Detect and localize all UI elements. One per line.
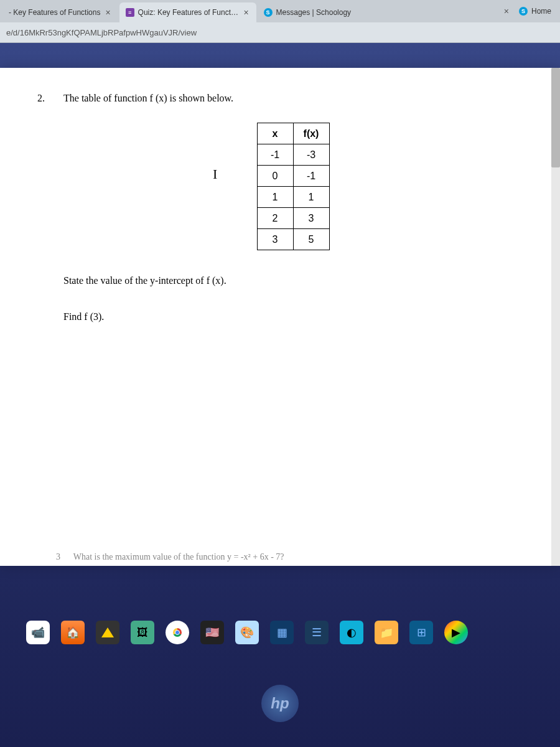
question-body: The table of function f (x) is shown bel…: [63, 93, 523, 347]
table-row: 35: [257, 229, 329, 250]
scrollbar-thumb[interactable]: [551, 68, 560, 167]
forms-icon: ≡: [126, 8, 134, 17]
function-table: x f(x) -1-3 0-1 11 23 35: [257, 123, 330, 250]
list-app-icon[interactable]: ☰: [305, 621, 329, 644]
header-x: x: [257, 123, 293, 144]
table-row: 23: [257, 208, 329, 229]
table-container: I x f(x) -1-3 0-1 11 23 35: [63, 123, 523, 250]
question-number: 2.: [37, 93, 45, 347]
flag-app-icon[interactable]: 🇺🇸: [200, 621, 224, 644]
home-app-icon[interactable]: 🏠: [61, 621, 85, 644]
tab-title: - Key Features of Functions: [9, 8, 100, 17]
vertical-scrollbar[interactable]: [551, 68, 560, 566]
tab-messages[interactable]: S Messages | Schoology: [258, 2, 358, 22]
close-icon[interactable]: ×: [104, 7, 111, 17]
tab-title[interactable]: Home: [531, 7, 551, 16]
calculator-app-icon[interactable]: ▦: [270, 621, 294, 644]
table-row: -1-3: [257, 144, 329, 166]
browser-chrome: - Key Features of Functions × ≡ Quiz: Ke…: [0, 0, 560, 43]
camera-app-icon[interactable]: 📹: [26, 621, 50, 644]
tab-title: Quiz: Key Features of Functions: [138, 8, 239, 17]
header-fx: f(x): [293, 123, 329, 144]
grid-app-icon[interactable]: ⊞: [409, 621, 433, 644]
tab-right-group: × S Home: [503, 6, 558, 16]
cutoff-question: 3 What is the maximum value of the funct…: [56, 552, 284, 562]
close-icon[interactable]: ×: [242, 7, 250, 17]
table-row: 0-1: [257, 166, 329, 187]
close-icon[interactable]: ×: [503, 6, 510, 16]
question-2: 2. The table of function f (x) is shown …: [37, 93, 523, 347]
chrome-app-icon[interactable]: [166, 621, 189, 644]
paint-app-icon[interactable]: 🎨: [235, 621, 259, 644]
tab-bar: - Key Features of Functions × ≡ Quiz: Ke…: [0, 0, 560, 22]
cutoff-num: 3: [56, 552, 60, 561]
play-store-icon[interactable]: ▶: [444, 621, 468, 644]
files-app-icon[interactable]: 📁: [375, 621, 398, 644]
schoology-icon: S: [519, 7, 528, 16]
edge-app-icon[interactable]: ◐: [340, 621, 363, 644]
tab-quiz[interactable]: ≡ Quiz: Key Features of Functions ×: [119, 2, 256, 22]
cutoff-text: What is the maximum value of the functio…: [73, 552, 284, 561]
tab-key-features[interactable]: - Key Features of Functions ×: [2, 2, 118, 22]
taskbar: 📹 🏠 🖼 🇺🇸 🎨 ▦ ☰ ◐ 📁 ⊞ ▶: [19, 618, 541, 647]
schoology-icon: S: [264, 8, 273, 17]
sub-question-b: Find f (3).: [63, 311, 523, 322]
tab-title: Messages | Schoology: [276, 8, 352, 17]
document-page: 2. The table of function f (x) is shown …: [0, 68, 560, 566]
text-cursor: I: [213, 166, 217, 182]
table-header-row: x f(x): [257, 123, 329, 144]
hp-logo: hp: [261, 685, 299, 722]
question-prompt: The table of function f (x) is shown bel…: [63, 93, 523, 104]
address-bar[interactable]: e/d/16MkRr53ngKfQPAMLjbRPafpwHWgauVJR/vi…: [0, 22, 560, 42]
url-text: e/d/16MkRr53ngKfQPAMLjbRPafpwHWgauVJR/vi…: [6, 28, 197, 37]
content-area: 2. The table of function f (x) is shown …: [0, 68, 560, 566]
drive-app-icon[interactable]: [96, 621, 119, 644]
table-row: 11: [257, 187, 329, 208]
photos-app-icon[interactable]: 🖼: [131, 621, 154, 644]
sub-question-a: State the value of the y-intercept of f …: [63, 275, 523, 286]
